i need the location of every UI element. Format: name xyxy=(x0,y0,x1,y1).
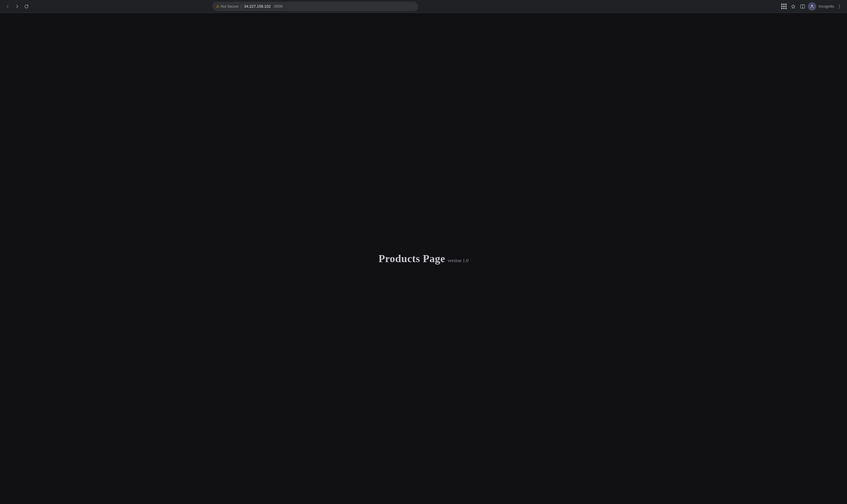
address-port: :3000 xyxy=(273,4,283,8)
svg-point-3 xyxy=(811,5,813,6)
back-button[interactable] xyxy=(3,2,12,11)
address-separator: | xyxy=(241,4,241,8)
page-title: Products Page xyxy=(379,252,445,265)
profile-button[interactable] xyxy=(808,2,816,11)
svg-point-6 xyxy=(839,7,840,8)
bookmark-button[interactable] xyxy=(789,2,797,11)
browser-actions: Incognito xyxy=(780,2,844,11)
security-label: Not Secure xyxy=(221,4,238,8)
address-bar[interactable]: ⚠ Not Secure | 34.227.158.102 :3000 xyxy=(212,2,418,11)
svg-marker-0 xyxy=(791,5,795,8)
more-options-button[interactable] xyxy=(835,2,844,11)
warning-icon: ⚠ xyxy=(216,4,219,8)
address-ip: 34.227.158.102 xyxy=(244,4,271,8)
svg-point-5 xyxy=(839,6,840,6)
nav-buttons xyxy=(3,2,31,11)
split-screen-button[interactable] xyxy=(798,2,807,11)
forward-button[interactable] xyxy=(13,2,21,11)
profile-label: Incognito xyxy=(818,4,834,8)
incognito-icon xyxy=(810,4,814,9)
version-label: version 1.0 xyxy=(448,258,468,263)
svg-point-4 xyxy=(839,4,840,5)
page-content: Products Page version 1.0 xyxy=(0,13,847,504)
browser-toolbar: ⚠ Not Secure | 34.227.158.102 :3000 xyxy=(0,0,847,13)
reload-button[interactable] xyxy=(22,2,31,11)
apps-button[interactable] xyxy=(780,2,788,11)
grid-icon xyxy=(781,3,787,9)
security-warning: ⚠ Not Secure xyxy=(216,4,238,8)
center-text-block: Products Page version 1.0 xyxy=(379,252,468,265)
